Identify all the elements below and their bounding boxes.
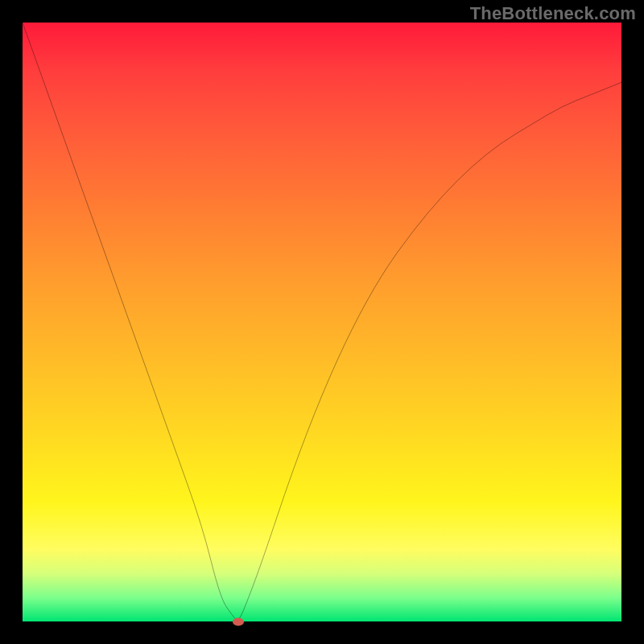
- optimum-marker: [233, 618, 244, 626]
- bottleneck-curve: [23, 23, 621, 621]
- chart-frame: TheBottleneck.com: [0, 0, 644, 644]
- watermark-text: TheBottleneck.com: [470, 3, 636, 24]
- plot-area: [23, 23, 621, 621]
